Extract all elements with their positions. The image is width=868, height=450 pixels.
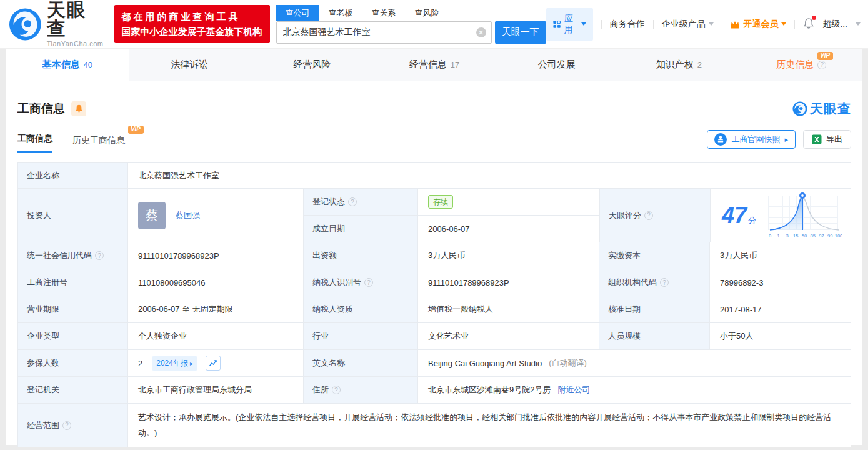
divider [722,20,722,29]
nav-enterprise[interactable]: 企业级产品 [662,19,714,30]
search-input[interactable] [276,21,492,44]
nav-open-vip[interactable]: 开通会员 [730,19,786,30]
help-icon[interactable]: ? [348,198,357,206]
insured-label: 参保人数 [18,350,128,376]
tab-intellectual-property[interactable]: 知识产权 2 [618,49,741,81]
establish-date-label: 成立日期 [304,216,418,242]
reg-status-label: 登记状态 [312,196,345,208]
apps-menu[interactable]: 应用 [546,8,593,41]
tab-basic-info[interactable]: 基本信息 40 [6,49,129,81]
search-tab-relation[interactable]: 查关系 [362,5,406,21]
chevron-down-icon[interactable] [856,22,861,26]
top-header: 天眼查 TianYanCha.com 都在用的商业查询工具 国家中小企业发展子基… [0,0,868,49]
official-snapshot-button[interactable]: 工商官网快照 ▸ [707,130,796,149]
help-icon[interactable]: ? [644,211,653,220]
nav-cooperation[interactable]: 商务合作 [610,19,645,30]
search-tab-company[interactable]: 查公司 [276,5,319,21]
help-icon[interactable]: ? [62,421,71,430]
clear-icon[interactable]: ✕ [476,28,486,38]
search-tab-boss[interactable]: 查老板 [319,5,362,21]
svg-text:85: 85 [811,233,816,239]
tab-operation-info[interactable]: 经营信息 17 [373,49,496,81]
help-icon[interactable]: ? [660,278,669,287]
tab-label: 公司发展 [538,59,576,71]
english-name-text: Beijing Cai Guoqiang Art Studio [428,359,542,368]
investor-name-link[interactable]: 蔡国强 [176,210,200,221]
score-distribution-chart[interactable]: 0 1 3 15 50 85 97 99 100 [766,191,842,241]
investor-value: 蔡 蔡国强 [128,189,304,242]
help-icon[interactable]: ? [364,278,373,287]
tab-label: 经营风险 [293,59,331,71]
help-icon[interactable]: ? [95,251,104,260]
crown-icon [730,20,740,29]
business-term-value: 2006-06-07 至 无固定期限 [128,296,304,322]
nav-super-vip[interactable]: 超级... [822,19,847,30]
tab-label: 法律诉讼 [171,59,209,71]
score-cell-label: 天眼评分 ? [600,189,711,242]
capital-label: 出资额 [304,242,418,269]
help-icon[interactable]: ? [817,61,826,69]
chevron-down-icon [709,22,714,26]
bell-curve-chart: 0 1 3 15 50 85 97 99 100 [766,191,842,241]
tab-label: 基本信息 [42,59,80,71]
chevron-down-icon [781,22,786,26]
table-row: 工商注册号 110108009695046 纳税人识别号 ? 911101017… [18,269,851,296]
score-label: 天眼评分 [609,210,641,221]
nearby-companies-link[interactable]: 附近公司 [557,384,590,396]
search-tabs: 查公司 查老板 查关系 查风险 [276,5,546,21]
help-icon[interactable]: ? [332,386,341,394]
tab-legal-litigation[interactable]: 法律诉讼 [129,49,251,81]
tianyancha-swirl-icon [9,8,42,41]
english-name-label: 英文名称 [304,350,418,376]
reg-status-cell: 登记状态 ? [304,189,418,215]
apps-label: 应用 [564,13,577,36]
notifications-bell[interactable] [803,18,814,31]
divider [601,20,602,29]
establish-date-value: 2006-06-07 [418,216,599,242]
company-tab-bar: 基本信息 40 法律诉讼 经营风险 经营信息 17 公司发展 知识产权 2 历史… [6,49,862,81]
investor-avatar[interactable]: 蔡 [138,202,166,229]
svg-text:3: 3 [786,233,788,239]
paid-capital-label: 实缴资本 [599,242,710,269]
subtab-history-business-info[interactable]: 历史工商信息 VIP [72,135,125,152]
table-row: 参保人数 2 2024年报 ▸ 英文名称 Beijing Cai Guoqian… [18,350,851,377]
grid-icon [553,19,561,29]
export-label: 导出 [826,134,842,145]
vip-badge: VIP [817,52,833,60]
company-name-label: 企业名称 [18,162,128,188]
score-value-cell: 47分 [711,189,851,242]
export-button[interactable]: 导出 [803,130,851,149]
tab-history-info[interactable]: 历史信息 ? VIP [740,49,862,81]
arrow-right-icon: ▸ [784,136,788,144]
super-vip-label: 超级... [822,19,847,30]
status-date-stack: 登记状态 ? 存续 成立日期 2006-06-07 [304,189,600,242]
annual-report-badge[interactable]: 2024年报 ▸ [152,356,197,371]
taxpayer-id-value: 91110101789968923P [418,269,599,296]
tianyancha-logo[interactable]: 天眼查 TianYanCha.com [9,1,106,48]
staff-size-label: 人员规模 [599,323,710,349]
label-text: 纳税人识别号 [312,277,361,288]
business-scope-label: 经营范围 ? [18,404,128,447]
trend-chart-button[interactable] [206,356,221,371]
svg-text:99: 99 [827,233,832,239]
label-text: 经营范围 [27,420,59,431]
slogan-banner: 都在用的商业查询工具 国家中小企业发展子基金旗下机构 [114,5,270,43]
svg-text:15: 15 [793,233,798,239]
divider [653,20,654,29]
paid-capital-value: 3万人民币 [710,242,851,269]
reg-number-value: 110108009695046 [128,269,304,296]
tab-count: 2 [697,60,702,69]
slogan-line1: 都在用的商业查询工具 [122,9,262,24]
search-button[interactable]: 天眼一下 [495,21,546,44]
score-unit: 分 [748,216,756,225]
table-row: 投资人 蔡 蔡国强 登记状态 ? 存续 成立日期 2006-06-07 [18,189,851,242]
subtab-business-info[interactable]: 工商信息 [17,133,52,152]
search-module: 查公司 查老板 查关系 查风险 ✕ 天眼一下 [276,5,546,44]
monitor-bell-button[interactable] [71,101,86,116]
tab-company-development[interactable]: 公司发展 [496,49,618,81]
tab-operation-risk[interactable]: 经营风险 [251,49,373,81]
cooperation-label: 商务合作 [610,19,645,30]
search-tab-risk[interactable]: 查风险 [406,5,449,21]
divider [794,20,795,29]
status-badge: 存续 [428,195,453,209]
